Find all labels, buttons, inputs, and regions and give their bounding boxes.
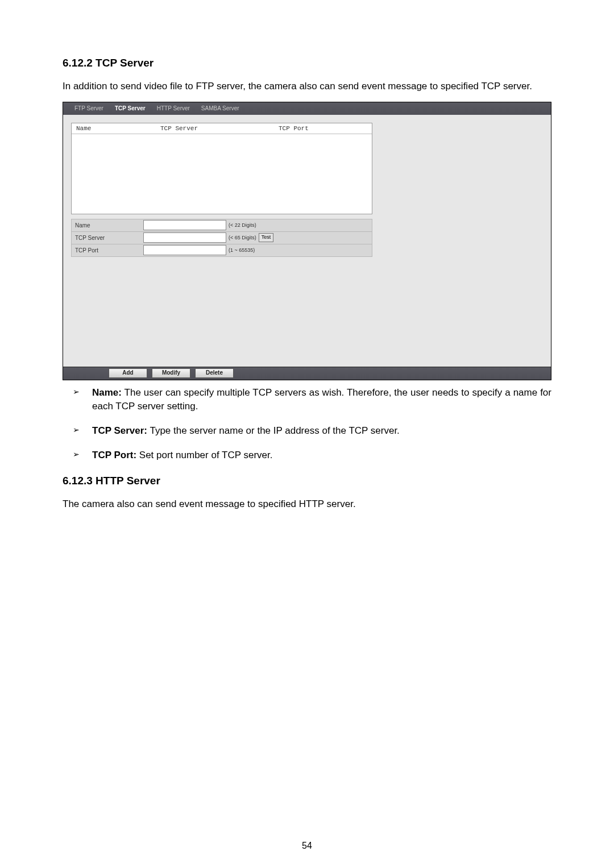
input-tcp-server[interactable] — [143, 232, 226, 243]
label-tcp-server: TCP Server — [72, 235, 143, 241]
bottom-button-bar: Add Modify Delete — [63, 367, 551, 380]
bullet-tcp-port: TCP Port: Set port number of TCP server. — [63, 448, 551, 463]
hint-tcp-port: (1 ~ 65535) — [229, 247, 255, 253]
hint-name: (< 22 Digits) — [229, 222, 256, 228]
section-heading-tcp-server: 6.12.2 TCP Server — [63, 57, 551, 69]
intro-paragraph-1: In addition to send video file to FTP se… — [63, 80, 551, 94]
page: 6.12.2 TCP Server In addition to send vi… — [0, 0, 614, 868]
row-tcp-server: TCP Server (< 65 Digits) Test — [71, 231, 372, 244]
server-list: Name TCP Server TCP Port — [71, 123, 372, 214]
label-name: Name — [72, 222, 143, 229]
embedded-config-ui: FTP Server TCP Server HTTP Server SAMBA … — [63, 102, 551, 380]
tab-bar: FTP Server TCP Server HTTP Server SAMBA … — [63, 102, 551, 115]
bullet-tcp-server: TCP Server: Type the server name or the … — [63, 424, 551, 438]
list-body-empty[interactable] — [72, 134, 372, 214]
intro-paragraph-2: The camera also can send event message t… — [63, 497, 551, 512]
tab-ftp-server[interactable]: FTP Server — [69, 103, 109, 114]
col-header-name: Name — [72, 125, 156, 132]
modify-button[interactable]: Modify — [152, 368, 190, 378]
section-heading-http-server: 6.12.3 HTTP Server — [63, 475, 551, 487]
bullet-name: Name: The user can specify multiple TCP … — [63, 386, 551, 414]
list-header: Name TCP Server TCP Port — [72, 123, 372, 134]
col-header-tcp-server: TCP Server — [156, 125, 274, 132]
hint-tcp-server: (< 65 Digits) — [229, 235, 256, 240]
bullet-tcp-server-desc: Type the server name or the IP address o… — [147, 425, 400, 436]
test-button[interactable]: Test — [259, 233, 274, 242]
bullet-name-term: Name: — [92, 387, 122, 398]
bullet-tcp-server-term: TCP Server: — [92, 425, 147, 436]
form-area: Name (< 22 Digits) TCP Server (< 65 Digi… — [71, 219, 372, 257]
label-tcp-port: TCP Port — [72, 247, 143, 254]
bullet-name-desc: The user can specify multiple TCP server… — [92, 387, 551, 412]
col-header-tcp-port: TCP Port — [274, 125, 372, 132]
row-tcp-port: TCP Port (1 ~ 65535) — [71, 244, 372, 257]
input-tcp-port[interactable] — [143, 245, 226, 255]
ui-body: Name TCP Server TCP Port Name (< 22 Digi… — [63, 115, 551, 257]
tab-tcp-server[interactable]: TCP Server — [109, 103, 151, 114]
bullet-tcp-port-desc: Set port number of TCP server. — [136, 450, 272, 460]
row-name: Name (< 22 Digits) — [71, 219, 372, 231]
add-button[interactable]: Add — [109, 368, 147, 378]
bullet-tcp-port-term: TCP Port: — [92, 450, 136, 460]
page-number: 54 — [0, 841, 614, 851]
delete-button[interactable]: Delete — [195, 368, 234, 378]
input-name[interactable] — [143, 220, 226, 230]
tab-http-server[interactable]: HTTP Server — [151, 103, 196, 114]
bullet-list: Name: The user can specify multiple TCP … — [63, 386, 551, 463]
tab-samba-server[interactable]: SAMBA Server — [196, 103, 245, 114]
